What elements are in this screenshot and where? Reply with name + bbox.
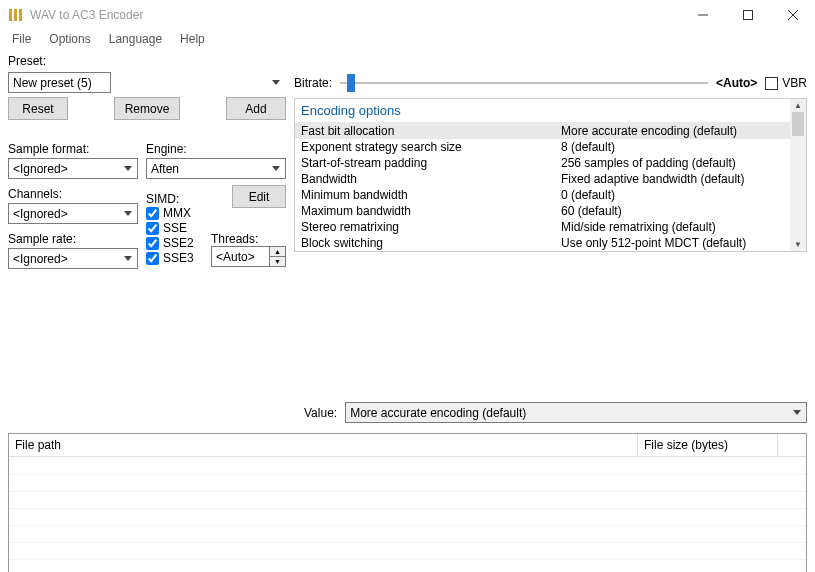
app-icon xyxy=(8,7,24,23)
remove-button[interactable]: Remove xyxy=(114,97,181,120)
minimize-button[interactable] xyxy=(680,0,725,30)
simd-sse-checkbox[interactable] xyxy=(146,222,159,235)
channels-select[interactable]: <Ignored> xyxy=(8,203,138,224)
simd-label: SIMD: xyxy=(146,192,179,206)
reset-button[interactable]: Reset xyxy=(8,97,68,120)
files-col-path[interactable]: File path xyxy=(9,434,638,456)
preset-label: Preset: xyxy=(8,54,807,68)
engine-label: Engine: xyxy=(146,142,286,156)
bitrate-label: Bitrate: xyxy=(294,76,332,90)
simd-sse3-label: SSE3 xyxy=(163,251,194,265)
vbr-label: VBR xyxy=(782,76,807,90)
engine-select[interactable]: Aften xyxy=(146,158,286,179)
value-select[interactable]: More accurate encoding (default) xyxy=(345,402,807,423)
threads-down-icon[interactable]: ▼ xyxy=(270,257,285,267)
channels-label: Channels: xyxy=(8,187,138,201)
vbr-checkbox[interactable] xyxy=(765,77,778,90)
scroll-thumb[interactable] xyxy=(792,112,804,136)
scroll-up-icon[interactable]: ▲ xyxy=(794,101,802,110)
simd-sse-label: SSE xyxy=(163,221,187,235)
menu-options[interactable]: Options xyxy=(41,30,98,48)
simd-mmx-checkbox[interactable] xyxy=(146,207,159,220)
preset-select[interactable]: New preset (5) xyxy=(8,72,111,93)
threads-up-icon[interactable]: ▲ xyxy=(270,247,285,257)
simd-mmx-label: MMX xyxy=(163,206,191,220)
titlebar: WAV to AC3 Encoder xyxy=(0,0,815,30)
menubar: File Options Language Help xyxy=(0,30,815,48)
sample-format-select[interactable]: <Ignored> xyxy=(8,158,138,179)
window-title: WAV to AC3 Encoder xyxy=(30,8,680,22)
svg-rect-4 xyxy=(743,11,752,20)
close-button[interactable] xyxy=(770,0,815,30)
menu-help[interactable]: Help xyxy=(172,30,213,48)
svg-rect-1 xyxy=(14,9,17,21)
maximize-button[interactable] xyxy=(725,0,770,30)
files-col-size[interactable]: File size (bytes) xyxy=(638,434,778,456)
bitrate-slider[interactable] xyxy=(340,82,708,84)
sample-rate-label: Sample rate: xyxy=(8,232,138,246)
sample-format-label: Sample format: xyxy=(8,142,138,156)
files-table-body[interactable] xyxy=(9,457,806,572)
threads-input[interactable] xyxy=(211,246,269,267)
svg-rect-2 xyxy=(19,9,22,21)
threads-spinner[interactable]: ▲▼ xyxy=(211,246,286,267)
simd-sse3-checkbox[interactable] xyxy=(146,252,159,265)
bitrate-slider-thumb[interactable] xyxy=(347,74,355,92)
files-col-extra xyxy=(778,434,806,456)
simd-sse2-checkbox[interactable] xyxy=(146,237,159,250)
simd-sse2-label: SSE2 xyxy=(163,236,194,250)
sample-rate-select[interactable]: <Ignored> xyxy=(8,248,138,269)
add-button[interactable]: Add xyxy=(226,97,286,120)
menu-file[interactable]: File xyxy=(4,30,39,48)
bitrate-auto-label: <Auto> xyxy=(716,76,757,90)
value-label: Value: xyxy=(304,406,337,420)
encoding-options-header: Encoding options xyxy=(295,99,790,123)
threads-label: Threads: xyxy=(211,232,286,246)
svg-rect-0 xyxy=(9,9,12,21)
files-table: File path File size (bytes) xyxy=(8,433,807,572)
menu-language[interactable]: Language xyxy=(101,30,170,48)
